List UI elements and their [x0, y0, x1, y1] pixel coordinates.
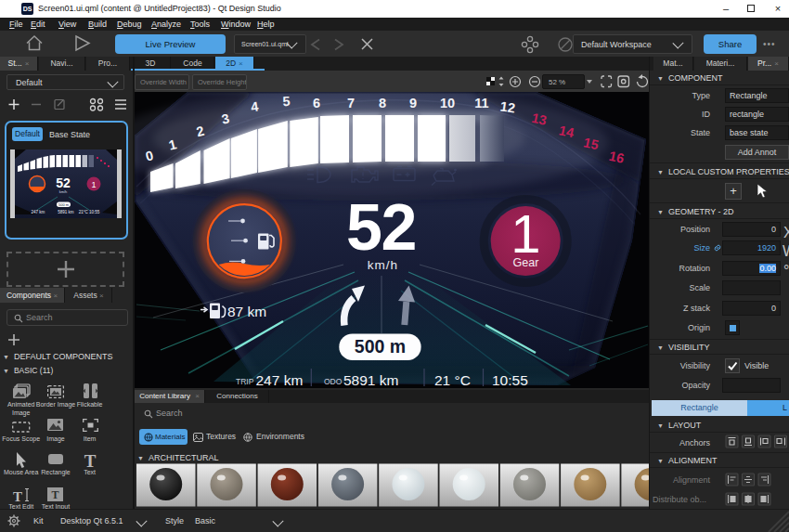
svg-text:8: 8 — [379, 96, 386, 110]
svg-text:Rectangle: Rectangle — [41, 469, 71, 476]
svg-text:52: 52 — [56, 175, 71, 190]
svg-text:Text: Text — [84, 469, 96, 475]
svg-text:1: 1 — [511, 203, 540, 264]
svg-text:T: T — [51, 488, 58, 501]
svg-text:247 km: 247 km — [256, 372, 304, 388]
svg-text:km/h: km/h — [368, 258, 398, 272]
svg-text:247 km: 247 km — [32, 210, 45, 214]
svg-text:52: 52 — [346, 191, 416, 264]
svg-text:1: 1 — [91, 180, 96, 189]
svg-text:500 m: 500 m — [355, 336, 406, 357]
svg-text:Focus Scope: Focus Scope — [2, 435, 40, 443]
svg-text:14: 14 — [558, 123, 576, 140]
svg-text:5891 km: 5891 km — [343, 372, 398, 388]
svg-text:Border Image: Border Image — [36, 401, 76, 409]
svg-text:12: 12 — [499, 98, 516, 115]
svg-text:21 °C: 21 °C — [434, 372, 471, 388]
svg-text:21°C 10:55: 21°C 10:55 — [79, 210, 100, 214]
svg-text:Animated: Animated — [7, 401, 35, 408]
svg-text:Flickable: Flickable — [77, 401, 103, 408]
svg-text:km/h: km/h — [59, 189, 68, 194]
svg-text:5891 km: 5891 km — [58, 210, 74, 214]
svg-text:16: 16 — [608, 149, 626, 166]
svg-text:ODO: ODO — [324, 377, 343, 386]
svg-text:Mouse Area: Mouse Area — [4, 469, 38, 475]
svg-text:9: 9 — [409, 96, 417, 110]
svg-text:Image: Image — [46, 435, 65, 443]
svg-text:87 km: 87 km — [227, 304, 266, 319]
svg-text:10: 10 — [440, 96, 455, 110]
svg-text:6: 6 — [313, 96, 320, 110]
svg-text:500 m: 500 m — [58, 202, 70, 207]
svg-text:Item: Item — [84, 435, 97, 442]
svg-text:7: 7 — [347, 96, 355, 110]
svg-text:10:55: 10:55 — [492, 372, 528, 388]
svg-text:5: 5 — [282, 94, 291, 109]
svg-text:Image: Image — [12, 409, 31, 417]
svg-text:15: 15 — [582, 135, 600, 152]
svg-text:Gear: Gear — [513, 256, 539, 269]
svg-text:TRIP: TRIP — [236, 377, 254, 386]
svg-text:T: T — [84, 451, 97, 471]
svg-text:11: 11 — [474, 96, 488, 110]
svg-text:13: 13 — [530, 110, 548, 128]
